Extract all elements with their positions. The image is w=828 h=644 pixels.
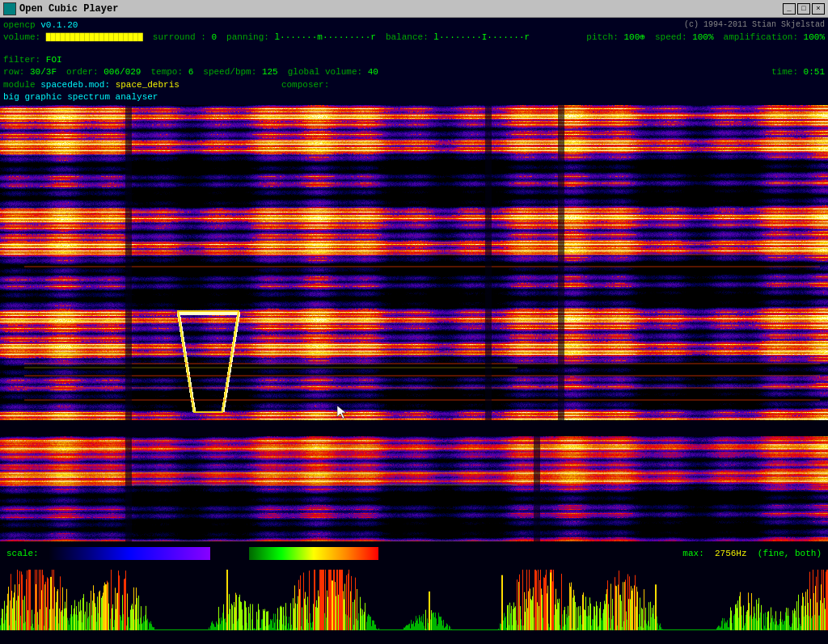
main-area: opencp v0.1.20 (c) 1994-2011 Stian Skjel… (0, 18, 828, 644)
info-row-2: volume: ████████████████████ surround : … (3, 32, 825, 66)
titlebar-left: Open Cubic Player (3, 2, 118, 15)
speed-display: speed: 100% (655, 32, 714, 44)
panning-display: panning: l·······m·········r (226, 32, 376, 44)
window-controls: _ □ × (783, 3, 825, 15)
info-row-5: big graphic spectrum analyser (3, 91, 825, 103)
maximize-button[interactable]: □ (797, 3, 810, 15)
row-display: row: 30/3F (3, 66, 57, 78)
scale-gradient-cold (49, 547, 210, 560)
info-row-3: row: 30/3F order: 006/029 tempo: 6 speed… (3, 66, 825, 78)
tempo-display: tempo: 6 (150, 66, 193, 78)
opencp-label: opencp (3, 19, 40, 32)
view-label: big graphic spectrum analyser (3, 91, 158, 103)
speed-bpm-display: speed/bpm: 125 (203, 66, 277, 78)
scale-max-info: max: 2756Hz (fine, both) (682, 549, 822, 558)
info-row-4: module spacedeb.mod: space_debris compos… (3, 79, 825, 91)
titlebar: Open Cubic Player _ □ × (0, 0, 828, 18)
info-row-1: opencp v0.1.20 (c) 1994-2011 Stian Skjel… (3, 19, 825, 32)
minimize-button[interactable]: _ (783, 3, 796, 15)
module-label: module spacedeb.mod: space_debris (3, 79, 180, 91)
waveform-display (0, 566, 828, 630)
composer-display: composer: (281, 79, 329, 91)
app-icon (3, 2, 16, 15)
waveform-canvas (0, 566, 828, 630)
order-display: order: 006/029 (66, 66, 141, 78)
amplification-display: amplification: 100% (724, 32, 825, 44)
copyright-text: (c) 1994-2011 Stian Skjelstad (684, 19, 825, 32)
volume-label: volume: ████████████████████ (3, 32, 143, 44)
window-title: Open Cubic Player (19, 3, 118, 15)
close-button[interactable]: × (812, 3, 825, 15)
pitch-display: pitch: 100⊕ (586, 32, 645, 44)
filter-display: filter: FOI (3, 54, 62, 66)
opencp-version: v0.1.20 (40, 19, 78, 32)
scale-bar: scale: max: 2756Hz (fine, both) (0, 541, 828, 566)
info-bar: opencp v0.1.20 (c) 1994-2011 Stian Skjel… (0, 18, 828, 105)
scale-gradient-hot (249, 547, 378, 560)
surround-display: surround : 0 (153, 32, 217, 44)
spectrum-display (0, 105, 828, 541)
global-volume-display: global volume: 40 (288, 66, 378, 78)
time-display: time: 0:51 (771, 66, 825, 78)
scale-label: scale: (6, 549, 39, 558)
spectrum-canvas (0, 105, 828, 541)
balance-display: balance: l········I·······r (386, 32, 530, 44)
